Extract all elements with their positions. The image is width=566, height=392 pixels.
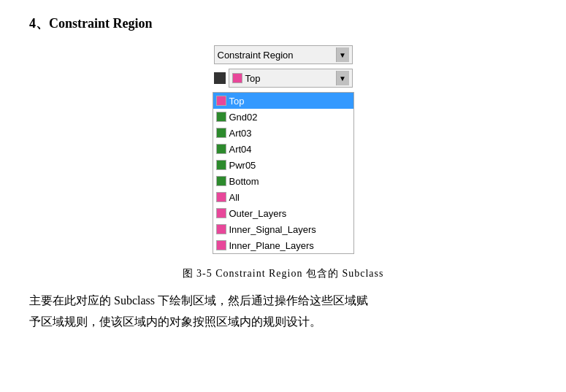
body-text-line1: 主要在此对应的 Subclass 下绘制区域，然后通过操作给这些区域赋	[29, 291, 537, 312]
constraint-region-label: Constraint Region	[218, 50, 336, 61]
item-label-inner-plane: Inner_Plane_Layers	[229, 240, 314, 251]
list-item[interactable]: Art04	[213, 141, 353, 157]
list-item[interactable]: Bottom	[213, 173, 353, 189]
item-label-gnd02: Gnd02	[229, 112, 258, 123]
body-text-line2: 予区域规则，使该区域内的对象按照区域内的规则设计。	[29, 312, 537, 333]
body-text-line2-content: 予区域规则，使该区域内的对象按照区域内的规则设计。	[29, 315, 321, 328]
figure-caption: 图 3-5 Constraint Region 包含的 Subclass	[29, 267, 537, 280]
item-label-inner-signal: Inner_Signal_Layers	[229, 224, 316, 235]
list-item[interactable]: All	[213, 189, 353, 205]
item-color-inner-signal	[216, 224, 226, 234]
list-item[interactable]: Inner_Plane_Layers	[213, 237, 353, 253]
item-label-outer: Outer_Layers	[229, 208, 287, 219]
section-title: 4 、Constraint Region	[29, 15, 537, 32]
item-label-art03: Art03	[229, 128, 252, 139]
body-text: 主要在此对应的 Subclass 下绘制区域，然后通过操作给这些区域赋 予区域规…	[29, 291, 537, 333]
item-label-top: Top	[229, 96, 245, 107]
top-row: Top ▼	[214, 69, 353, 88]
list-item[interactable]: Inner_Signal_Layers	[213, 221, 353, 237]
constraint-region-dropdown[interactable]: Constraint Region ▼	[214, 45, 353, 64]
item-label-pwr05: Pwr05	[229, 160, 256, 171]
top-dropdown[interactable]: Top ▼	[229, 69, 353, 88]
item-label-bottom: Bottom	[229, 176, 259, 187]
list-item[interactable]: Art03	[213, 125, 353, 141]
item-color-gnd02	[216, 112, 226, 122]
section-title-prefix: 、Constraint Region	[36, 15, 153, 32]
item-color-art03	[216, 128, 226, 138]
constraint-region-container: Constraint Region ▼ Top ▼ Top	[213, 45, 354, 254]
ui-panel: Constraint Region ▼ Top ▼ Top	[29, 45, 537, 254]
list-item[interactable]: Pwr05	[213, 157, 353, 173]
item-color-all	[216, 192, 226, 202]
item-color-bottom	[216, 176, 226, 186]
dropdown-list: Top Gnd02 Art03 Art04 Pwr05	[213, 92, 354, 254]
item-color-inner-plane	[216, 240, 226, 250]
item-color-outer	[216, 208, 226, 218]
item-label-all: All	[229, 192, 240, 203]
top-dropdown-arrow[interactable]: ▼	[336, 71, 349, 85]
checkbox[interactable]	[214, 72, 226, 84]
item-color-pwr05	[216, 160, 226, 170]
constraint-region-arrow[interactable]: ▼	[336, 47, 349, 62]
top-color-indicator	[232, 73, 242, 83]
section-number: 4	[29, 16, 36, 31]
list-item[interactable]: Top	[213, 93, 353, 109]
list-item[interactable]: Outer_Layers	[213, 205, 353, 221]
list-item[interactable]: Gnd02	[213, 109, 353, 125]
body-text-line1-content: 主要在此对应的 Subclass 下绘制区域，然后通过操作给这些区域赋	[29, 294, 368, 307]
top-dropdown-label: Top	[245, 73, 336, 84]
item-label-art04: Art04	[229, 144, 252, 155]
item-color-art04	[216, 144, 226, 154]
item-color-top	[216, 96, 226, 106]
